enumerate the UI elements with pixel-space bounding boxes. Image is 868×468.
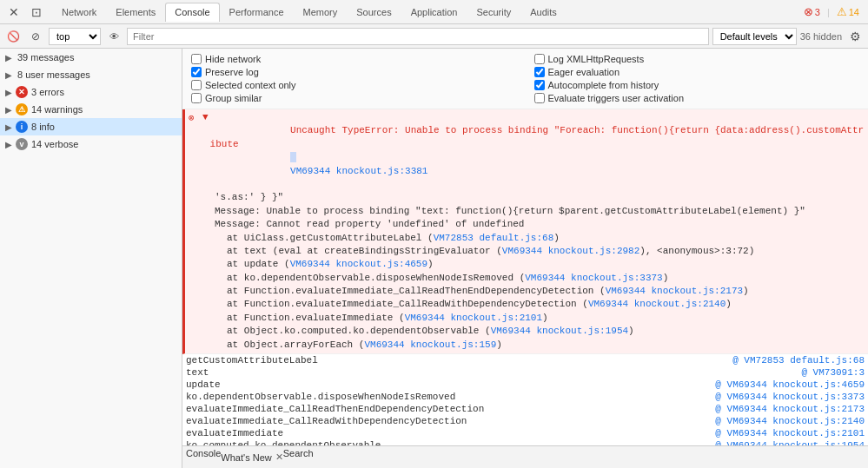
stack-row[interactable]: evaluateImmediate_CallReadThenEndDepende… xyxy=(182,403,868,415)
sidebar-item-info[interactable]: ▶ i 8 info xyxy=(0,118,182,135)
sidebar-item-label: 14 verbose xyxy=(31,139,78,149)
stack-row[interactable]: getCustomAttributeLabel @ VM72853 defaul… xyxy=(182,354,868,366)
expand-arrow[interactable]: ▼ xyxy=(202,111,209,124)
warn-badge[interactable]: ⚠ 14 xyxy=(837,5,859,18)
tab-application[interactable]: Application xyxy=(401,3,467,22)
sidebar-item-label: 3 errors xyxy=(31,87,64,97)
error-source-link-1[interactable]: VM69344 knockout.js:3381 xyxy=(290,166,427,176)
filter-bar: 🚫 ⊘ top 👁 Default levels 36 hidden ⚙ xyxy=(0,24,868,49)
hidden-count: 36 hidden xyxy=(800,31,842,42)
tab-console[interactable]: Console xyxy=(165,3,219,22)
stack-row[interactable]: evaluateImmediate @ VM69344 knockout.js:… xyxy=(182,427,868,439)
eager-eval-checkbox[interactable]: Eager evaluation xyxy=(534,67,860,77)
stack-row[interactable]: ko.dependentObservable.disposeWhenNodeIs… xyxy=(182,391,868,403)
stack-link-8[interactable]: VM69344 knockout.js:1954 xyxy=(491,326,628,336)
bottom-tab-whats-new[interactable]: What's New ✕ xyxy=(221,448,282,467)
filter-toggle-button[interactable]: ⊘ xyxy=(26,27,45,46)
top-toolbar: ✕ ⊡ Network Elements Console Performance… xyxy=(0,0,868,24)
hide-network-checkbox[interactable]: Hide network xyxy=(191,54,517,64)
autocomplete-history-checkbox[interactable]: Autocomplete from history xyxy=(534,80,860,90)
info-icon: i xyxy=(16,121,28,133)
sidebar-item-errors[interactable]: ▶ ✕ 3 errors xyxy=(0,83,182,101)
arrow-icon: ▶ xyxy=(5,70,16,80)
evaluate-triggers-checkbox[interactable]: Evaluate triggers user activation xyxy=(534,93,860,103)
sidebar: ▶ 39 messages ▶ 8 user messages ▶ ✕ 3 er… xyxy=(0,49,182,468)
stack-link-9[interactable]: VM69344 knockout.js:159 xyxy=(364,339,496,350)
inspect-button[interactable]: 👁 xyxy=(104,27,123,46)
sidebar-item-label: 8 user messages xyxy=(17,69,90,80)
bottom-tab-bar: Console What's New ✕ Search xyxy=(182,445,868,468)
preserve-log-checkbox[interactable]: Preserve log xyxy=(191,67,517,77)
filter-checkboxes-panel: Hide network Preserve log Selected conte… xyxy=(182,49,868,109)
stack-row[interactable]: text @ VM73091:3 xyxy=(182,366,868,379)
sidebar-item-warnings[interactable]: ▶ ⚠ 14 warnings xyxy=(0,101,182,118)
verbose-icon: v xyxy=(16,138,28,150)
arrow-icon: ▶ xyxy=(5,53,16,63)
stack-row[interactable]: evaluateImmediate_CallReadWithDependency… xyxy=(182,415,868,427)
filter-input[interactable] xyxy=(127,28,709,45)
tab-memory[interactable]: Memory xyxy=(294,3,348,22)
selected-context-checkbox[interactable]: Selected context only xyxy=(191,80,517,90)
stack-row[interactable]: update @ VM69344 knockout.js:4659 xyxy=(182,379,868,391)
arrow-icon: ▶ xyxy=(5,140,16,149)
error-badge[interactable]: ⊗ 3 xyxy=(804,5,820,18)
context-select[interactable]: top xyxy=(49,28,101,45)
close-tab-icon[interactable]: ✕ xyxy=(275,452,283,463)
clear-console-button[interactable]: 🚫 xyxy=(3,27,23,46)
main-content: ▶ 39 messages ▶ 8 user messages ▶ ✕ 3 er… xyxy=(0,49,868,468)
sidebar-item-label: 39 messages xyxy=(17,52,74,63)
tab-elements[interactable]: Elements xyxy=(106,3,165,22)
sidebar-item-label: 8 info xyxy=(31,122,55,132)
stack-link-2[interactable]: VM69344 knockout.js:2982 xyxy=(502,246,639,256)
stack-link-7[interactable]: VM69344 knockout.js:2101 xyxy=(405,313,542,323)
sidebar-item-user-messages[interactable]: ▶ 8 user messages xyxy=(0,66,182,83)
levels-select[interactable]: Default levels xyxy=(712,28,797,45)
bottom-tab-search[interactable]: Search xyxy=(283,448,314,467)
devtools-close-button[interactable]: ✕ xyxy=(3,2,24,23)
settings-button[interactable]: ⚙ xyxy=(845,27,865,46)
stack-link-4[interactable]: VM69344 knockout.js:3373 xyxy=(525,273,662,283)
sidebar-item-label: 14 warnings xyxy=(31,104,83,115)
console-error-message: ⊗ ▼ Uncaught TypeError: Unable to proces… xyxy=(182,109,868,354)
undock-button[interactable]: ⊡ xyxy=(26,2,47,23)
error-icon: ✕ xyxy=(16,86,28,98)
stack-link-5[interactable]: VM69344 knockout.js:2173 xyxy=(606,286,743,296)
arrow-icon: ▶ xyxy=(5,88,16,97)
sidebar-item-verbose[interactable]: ▶ v 14 verbose xyxy=(0,135,182,153)
bottom-tab-console[interactable]: Console xyxy=(186,448,221,467)
tab-sources[interactable]: Sources xyxy=(347,3,401,22)
stack-link-3[interactable]: VM69344 knockout.js:4659 xyxy=(290,259,427,269)
arrow-icon: ▶ xyxy=(5,122,16,132)
error-msg-icon: ⊗ xyxy=(189,112,195,125)
stack-link-6[interactable]: VM69344 knockout.js:2140 xyxy=(588,299,726,309)
arrow-icon: ▶ xyxy=(5,105,16,115)
warn-icon: ⚠ xyxy=(16,103,28,115)
tab-performance[interactable]: Performance xyxy=(220,3,294,22)
log-xhr-checkbox[interactable]: Log XMLHttpRequests xyxy=(534,54,860,64)
tab-security[interactable]: Security xyxy=(467,3,520,22)
stack-row[interactable]: ko.computed.ko.dependentObservable @ VM6… xyxy=(182,439,868,445)
tab-audits[interactable]: Audits xyxy=(520,3,567,22)
tab-network[interactable]: Network xyxy=(52,3,106,22)
console-output[interactable]: ⊗ ▼ Uncaught TypeError: Unable to proces… xyxy=(182,109,868,445)
top-badges: ⊗ 3 | ⚠ 14 xyxy=(804,5,865,18)
sidebar-item-all-messages[interactable]: ▶ 39 messages xyxy=(0,49,182,66)
group-similar-checkbox[interactable]: Group similar xyxy=(191,93,517,103)
stack-link-1[interactable]: VM72853 default.js:68 xyxy=(434,233,554,243)
stack-table: getCustomAttributeLabel @ VM72853 defaul… xyxy=(182,354,868,445)
